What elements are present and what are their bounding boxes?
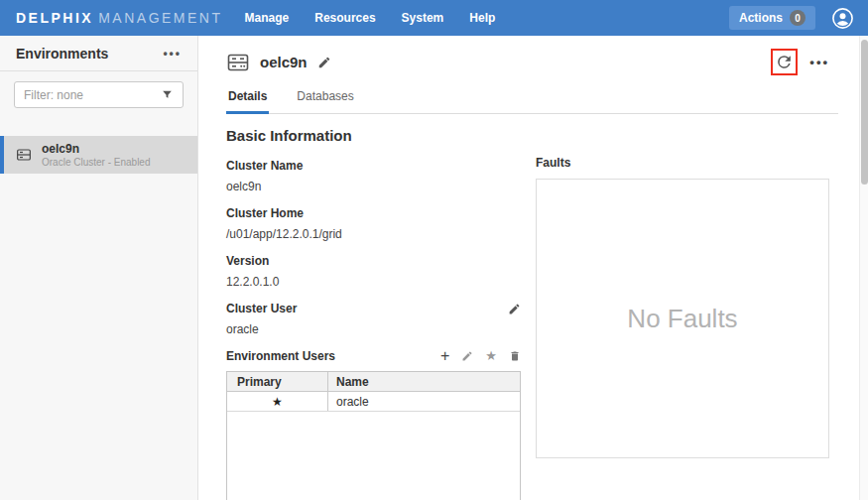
main-content: oelc9n ••• Details Databases: [198, 36, 859, 500]
menu-resources[interactable]: Resources: [314, 11, 375, 25]
edit-user-pencil-icon[interactable]: [461, 350, 473, 362]
environment-name: oelc9n: [42, 142, 151, 157]
top-menu: Manage Resources System Help: [245, 11, 496, 25]
brand-secondary: MANAGEMENT: [98, 10, 222, 26]
field-label: Cluster Name: [226, 159, 303, 173]
set-primary-star-icon[interactable]: ★: [485, 349, 497, 363]
refresh-button-highlight: [771, 49, 798, 75]
menu-manage[interactable]: Manage: [245, 11, 290, 25]
filter-input[interactable]: [24, 88, 153, 102]
edit-title-pencil-icon[interactable]: [317, 56, 331, 69]
main-ellipsis-menu-icon[interactable]: •••: [809, 55, 829, 69]
cluster-icon: [16, 147, 32, 163]
brand-primary: DELPHIX: [16, 10, 93, 26]
vertical-scrollbar[interactable]: [859, 36, 868, 500]
environment-subtitle: Oracle Cluster - Enabled: [42, 157, 151, 169]
edit-cluster-user-pencil-icon[interactable]: [508, 303, 521, 315]
scrollbar-thumb[interactable]: [861, 40, 868, 185]
sidebar-ellipsis-menu-icon[interactable]: •••: [163, 47, 182, 61]
field-value: 12.2.0.1.0: [226, 275, 521, 289]
section-title: Basic Information: [226, 127, 521, 144]
column-header-primary: Primary: [227, 372, 328, 391]
column-header-name: Name: [328, 375, 520, 389]
top-navigation-bar: DELPHIX MANAGEMENT Manage Resources Syst…: [0, 0, 868, 36]
actions-button[interactable]: Actions 0: [729, 6, 815, 30]
field-value: oelc9n: [226, 180, 521, 193]
environments-sidebar: Environments •••: [0, 36, 198, 500]
field-cluster-home: Cluster Home /u01/app/12.2.0.1/grid: [226, 206, 521, 241]
cluster-icon-large: [226, 51, 250, 74]
user-avatar-icon[interactable]: [831, 7, 854, 30]
detail-tabs: Details Databases: [226, 80, 838, 114]
tab-details[interactable]: Details: [226, 80, 269, 114]
refresh-button[interactable]: [775, 53, 794, 71]
primary-star-icon: ★: [227, 392, 328, 411]
environment-list: oelc9n Oracle Cluster - Enabled: [0, 136, 197, 174]
environment-users-table: Primary Name ★ oracle: [226, 371, 521, 500]
field-value: oracle: [226, 322, 521, 336]
field-cluster-user: Cluster User oracle: [226, 302, 521, 336]
menu-system[interactable]: System: [402, 11, 444, 25]
no-faults-text: No Faults: [627, 304, 737, 334]
tab-databases[interactable]: Databases: [295, 80, 355, 114]
page-title: oelc9n: [260, 54, 308, 70]
field-value: /u01/app/12.2.0.1/grid: [226, 227, 521, 241]
actions-count-badge: 0: [790, 10, 806, 26]
actions-button-label: Actions: [739, 11, 783, 25]
field-version: Version 12.2.0.1.0: [226, 254, 521, 289]
faults-title: Faults: [536, 156, 829, 170]
filter-funnel-icon[interactable]: [161, 88, 174, 101]
add-user-icon[interactable]: +: [440, 349, 449, 363]
field-label: Cluster Home: [226, 206, 304, 220]
delete-user-trash-icon[interactable]: [509, 350, 521, 362]
field-label: Cluster User: [226, 302, 297, 315]
environment-list-item-oelc9n[interactable]: oelc9n Oracle Cluster - Enabled: [0, 136, 197, 174]
user-name-cell: oracle: [328, 395, 520, 409]
menu-help[interactable]: Help: [469, 11, 495, 25]
table-header-row: Primary Name: [227, 372, 520, 392]
faults-panel: No Faults: [536, 179, 829, 458]
environment-filter[interactable]: [14, 81, 184, 108]
sidebar-title: Environments: [16, 46, 108, 62]
table-row[interactable]: ★ oracle: [227, 392, 520, 412]
delphix-logo[interactable]: DELPHIX MANAGEMENT: [16, 10, 223, 26]
field-cluster-name: Cluster Name oelc9n: [226, 159, 521, 193]
environment-users-title: Environment Users: [226, 349, 335, 363]
field-label: Version: [226, 254, 269, 268]
